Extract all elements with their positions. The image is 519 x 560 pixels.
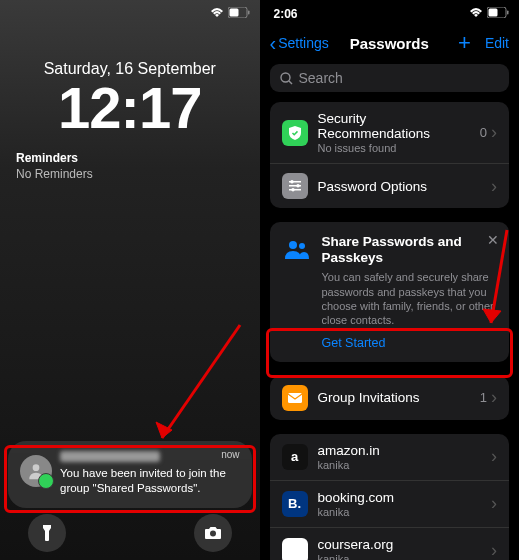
annotation-arrow [150, 320, 250, 450]
row-title: Group Invitations [318, 390, 470, 405]
wifi-icon [210, 7, 224, 21]
site-icon [282, 538, 308, 560]
lockscreen: Saturday, 16 September 12:17 Reminders N… [0, 0, 260, 560]
status-bar [0, 0, 260, 24]
envelope-icon [282, 385, 308, 411]
search-icon [280, 72, 293, 85]
svg-rect-1 [229, 9, 238, 17]
site-user: kanika [318, 459, 482, 471]
password-options-row[interactable]: Password Options › [270, 164, 510, 208]
list-item[interactable]: coursera.org kanika › [270, 528, 510, 560]
nav-bar: ‹ Settings Passwords + Edit [260, 24, 520, 62]
svg-point-16 [296, 184, 299, 187]
site-user: kanika [318, 506, 482, 518]
group-invitations-row[interactable]: Group Invitations 1› [270, 376, 510, 420]
row-subtitle: No issues found [318, 142, 470, 154]
svg-point-10 [281, 73, 290, 82]
get-started-button[interactable]: Get Started [322, 336, 498, 350]
battery-icon [487, 7, 509, 21]
notification[interactable]: You have been invited to join the group … [8, 441, 252, 508]
shield-icon [282, 120, 308, 146]
site-user: kanika [318, 553, 482, 560]
close-button[interactable]: ✕ [487, 232, 499, 248]
row-count: 1 [480, 390, 487, 405]
share-promo: Share Passwords and Passkeys You can saf… [270, 222, 510, 362]
search-input[interactable]: Search [270, 64, 510, 92]
passwords-screen: 2:06 ‹ Settings Passwords + Edit Search … [260, 0, 520, 560]
svg-point-4 [210, 531, 216, 537]
back-label: Settings [278, 35, 329, 51]
list-item[interactable]: a amazon.in kanika › [270, 434, 510, 481]
status-time: 2:06 [274, 7, 334, 21]
lockscreen-time: 12:17 [0, 74, 260, 141]
camera-icon [204, 526, 222, 540]
reminders-widget[interactable]: Reminders No Reminders [16, 151, 260, 181]
notification-sender-redacted [60, 451, 160, 462]
edit-button[interactable]: Edit [485, 35, 509, 51]
svg-point-15 [290, 180, 293, 183]
svg-point-19 [299, 243, 305, 249]
chevron-right-icon: › [491, 446, 497, 467]
svg-point-3 [33, 465, 40, 472]
group-invitations-section: Group Invitations 1› [270, 376, 510, 420]
chevron-right-icon: › [491, 540, 497, 560]
people-icon [282, 234, 312, 264]
add-button[interactable]: + [458, 30, 471, 56]
svg-marker-6 [156, 422, 172, 438]
site-icon: B. [282, 491, 308, 517]
page-title: Passwords [350, 35, 429, 52]
promo-title: Share Passwords and Passkeys [322, 234, 498, 266]
status-bar: 2:06 [260, 0, 520, 24]
search-placeholder: Search [299, 70, 343, 86]
svg-point-18 [289, 241, 297, 249]
flashlight-icon [39, 524, 55, 542]
notification-time: now [221, 449, 239, 460]
promo-body: You can safely and securely share passwo… [322, 270, 498, 327]
svg-point-17 [291, 188, 294, 191]
svg-line-11 [289, 81, 292, 84]
site-name: coursera.org [318, 537, 482, 552]
site-name: booking.com [318, 490, 482, 505]
flashlight-button[interactable] [28, 514, 66, 552]
back-button[interactable]: ‹ Settings [270, 32, 329, 55]
row-title: Password Options [318, 179, 482, 194]
chevron-left-icon: ‹ [270, 32, 277, 55]
svg-rect-8 [489, 9, 498, 17]
recommendations-section: Security Recommendations No issues found… [270, 102, 510, 208]
battery-icon [228, 7, 250, 21]
chevron-right-icon: › [491, 122, 497, 143]
svg-rect-2 [248, 11, 250, 15]
app-badge-icon [38, 473, 54, 489]
passwords-list: a amazon.in kanika › B. booking.com kani… [270, 434, 510, 560]
site-icon: a [282, 444, 308, 470]
chevron-right-icon: › [491, 387, 497, 408]
notification-text: You have been invited to join the group … [60, 467, 226, 494]
svg-line-5 [162, 325, 240, 438]
security-recommendations-row[interactable]: Security Recommendations No issues found… [270, 102, 510, 164]
widget-title: Reminders [16, 151, 260, 165]
svg-rect-20 [288, 393, 302, 403]
wifi-icon [469, 7, 483, 21]
chevron-right-icon: › [491, 493, 497, 514]
close-icon: ✕ [487, 232, 499, 248]
list-item[interactable]: B. booking.com kanika › [270, 481, 510, 528]
svg-rect-9 [507, 11, 509, 15]
site-name: amazon.in [318, 443, 482, 458]
row-count: 0 [480, 125, 487, 140]
camera-button[interactable] [194, 514, 232, 552]
avatar-icon [20, 455, 52, 487]
svg-rect-14 [289, 189, 301, 191]
widget-body: No Reminders [16, 167, 260, 181]
chevron-right-icon: › [491, 176, 497, 197]
options-icon [282, 173, 308, 199]
row-title: Security Recommendations [318, 111, 470, 141]
